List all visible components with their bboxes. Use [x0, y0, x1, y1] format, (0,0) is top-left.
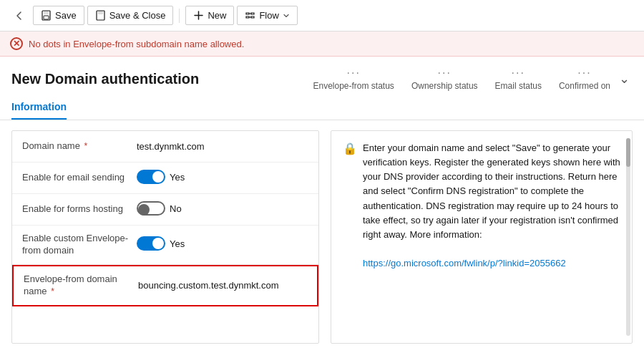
error-message: No dots in Envelope-from subdomain name …	[29, 39, 244, 49]
status-ownership: ··· Ownership status	[411, 67, 478, 91]
status-dots-2: ···	[411, 67, 478, 79]
field-value-envelope-from-custom: Yes	[137, 236, 308, 253]
new-button[interactable]: New	[185, 6, 234, 25]
status-confirmed: ··· Confirmed on	[559, 67, 610, 91]
field-label-domain-name: Domain name *	[22, 140, 137, 153]
error-icon: ✕	[10, 37, 23, 50]
form-row-envelope-from-name: Envelope-from domain name * bouncing.cus…	[12, 265, 318, 306]
toggle-track-envelope-from-custom[interactable]	[137, 236, 165, 251]
back-button[interactable]	[9, 5, 30, 26]
form-row-domain-name: Domain name * test.dynmkt.com	[12, 131, 318, 163]
scroll-thumb[interactable]	[626, 138, 630, 167]
separator	[179, 9, 180, 23]
save-close-button[interactable]: Save & Close	[87, 6, 174, 25]
toggle-email-sending[interactable]: Yes	[137, 170, 185, 184]
tab-information[interactable]: Information	[11, 95, 67, 120]
status-label-2: Ownership status	[411, 81, 478, 91]
status-dots-4: ···	[559, 67, 610, 79]
field-value-domain-name[interactable]: test.dynmkt.com	[137, 141, 308, 152]
toggle-track-forms-hosting[interactable]	[137, 201, 165, 216]
toolbar: Save Save & Close New Flow	[0, 0, 644, 32]
save-button[interactable]: Save	[33, 6, 84, 25]
info-panel-content: 🔒 Enter your domain name and select "Sav…	[343, 141, 620, 271]
status-email: ··· Email status	[495, 67, 542, 91]
toggle-envelope-from-custom[interactable]: Yes	[137, 236, 185, 251]
form-row-email-sending: Enable for email sending Yes	[12, 163, 318, 194]
save-label: Save	[55, 10, 77, 21]
save-close-label: Save & Close	[109, 10, 166, 21]
new-icon	[193, 10, 204, 21]
status-label-1: Envelope-from status	[313, 81, 394, 91]
status-dots-1: ···	[313, 67, 394, 79]
header-chevron-button[interactable]: ⌄	[616, 68, 633, 90]
field-value-forms-hosting: No	[137, 201, 308, 218]
back-icon	[14, 10, 25, 21]
status-bar: ··· Envelope-from status ··· Ownership s…	[313, 67, 610, 91]
toggle-knob-email-sending	[152, 171, 164, 183]
form-section: Domain name * test.dynmkt.com Enable for…	[11, 130, 319, 344]
form-row-forms-hosting: Enable for forms hosting No	[12, 194, 318, 226]
lock-icon: 🔒	[343, 142, 357, 271]
flow-label: Flow	[259, 10, 278, 21]
status-dots-3: ···	[495, 67, 542, 79]
toggle-label-forms-hosting: No	[170, 203, 182, 214]
toggle-knob-forms-hosting	[138, 204, 150, 216]
scroll-indicator	[626, 138, 630, 336]
save-close-icon	[95, 10, 106, 21]
svg-rect-2	[44, 16, 49, 19]
error-banner: ✕ No dots in Envelope-from subdomain nam…	[0, 32, 644, 57]
toggle-knob-envelope-from-custom	[152, 238, 164, 249]
page-title: New Domain authentication	[11, 71, 199, 87]
status-label-3: Email status	[495, 81, 542, 91]
save-icon	[41, 10, 52, 21]
field-value-envelope-from-name[interactable]: bouncing.custom.test.dynmkt.com	[138, 280, 307, 291]
new-label: New	[208, 10, 226, 21]
info-panel: 🔒 Enter your domain name and select "Sav…	[331, 130, 633, 344]
field-value-email-sending: Yes	[137, 170, 308, 186]
required-star-2: *	[51, 286, 54, 296]
toggle-forms-hosting[interactable]: No	[137, 201, 182, 216]
svg-rect-4	[98, 11, 103, 14]
main-content: Domain name * test.dynmkt.com Enable for…	[0, 120, 644, 354]
toggle-label-envelope-from-custom: Yes	[170, 238, 185, 249]
field-label-envelope-from-custom: Enable custom Envelope-from domain	[22, 233, 137, 257]
flow-icon	[245, 10, 255, 21]
toggle-label-email-sending: Yes	[170, 172, 185, 183]
field-label-email-sending: Enable for email sending	[22, 172, 137, 184]
header-area: New Domain authentication ··· Envelope-f…	[0, 57, 644, 95]
svg-rect-1	[44, 11, 49, 14]
flow-button[interactable]: Flow	[237, 6, 297, 25]
toggle-track-email-sending[interactable]	[137, 170, 165, 184]
status-label-4: Confirmed on	[559, 81, 610, 91]
field-label-envelope-from-name: Envelope-from domain name *	[24, 274, 138, 298]
field-label-forms-hosting: Enable for forms hosting	[22, 203, 137, 216]
status-envelope-from: ··· Envelope-from status	[313, 67, 394, 91]
required-star-1: *	[84, 141, 88, 151]
info-link[interactable]: https://go.microsoft.com/fwlink/p/?linki…	[363, 258, 566, 268]
tabs-area: Information	[0, 95, 644, 120]
form-row-envelope-from-custom: Enable custom Envelope-from domain Yes	[12, 226, 318, 265]
flow-dropdown-icon	[283, 12, 290, 19]
info-text-body: Enter your domain name and select "Save"…	[363, 141, 620, 271]
